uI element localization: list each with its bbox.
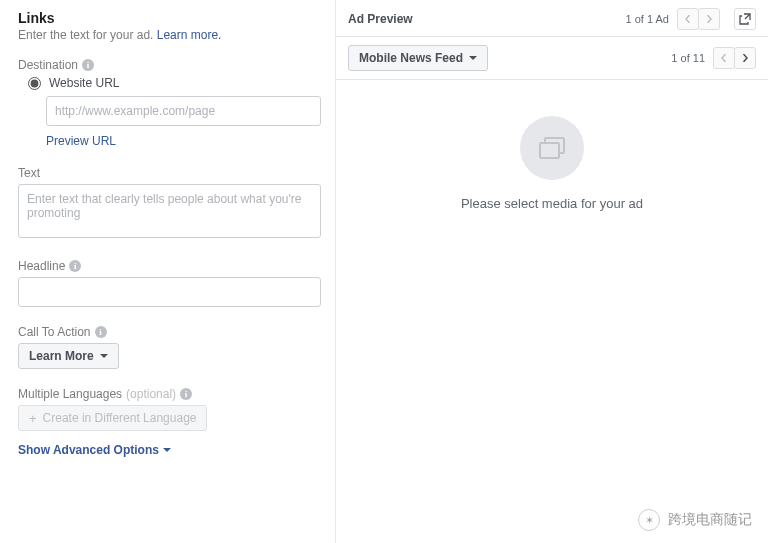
info-icon[interactable]: i <box>69 260 81 272</box>
ad-preview-title: Ad Preview <box>348 12 413 26</box>
cta-label: Call To Action <box>18 325 91 339</box>
chevron-left-icon <box>720 54 728 62</box>
website-url-input[interactable] <box>46 96 321 126</box>
subtitle-text: Enter the text for your ad. <box>18 28 153 42</box>
chevron-left-icon <box>684 15 692 23</box>
info-icon[interactable]: i <box>82 59 94 71</box>
learn-more-link[interactable]: Learn more. <box>157 28 222 42</box>
watermark-text: 跨境电商随记 <box>668 511 752 529</box>
prev-variation-button[interactable] <box>713 47 735 69</box>
next-ad-button[interactable] <box>698 8 720 30</box>
prev-ad-button[interactable] <box>677 8 699 30</box>
variation-pager: 1 of 11 <box>671 52 705 64</box>
info-icon[interactable]: i <box>180 388 192 400</box>
info-icon[interactable]: i <box>95 326 107 338</box>
plus-icon: + <box>29 412 37 425</box>
next-variation-button[interactable] <box>734 47 756 69</box>
create-language-label: Create in Different Language <box>43 411 197 425</box>
destination-label: Destination <box>18 58 78 72</box>
feed-selector-value: Mobile News Feed <box>359 51 463 65</box>
ad-pager: 1 of 1 Ad <box>626 13 669 25</box>
section-title: Links <box>18 10 321 26</box>
chevron-down-icon <box>100 354 108 358</box>
headline-input[interactable] <box>18 277 321 307</box>
preview-empty-text: Please select media for your ad <box>461 196 643 211</box>
languages-label: Multiple Languages <box>18 387 122 401</box>
chevron-right-icon <box>741 54 749 62</box>
website-url-label: Website URL <box>49 76 119 90</box>
popout-button[interactable] <box>734 8 756 30</box>
languages-optional: (optional) <box>126 387 176 401</box>
create-language-button[interactable]: + Create in Different Language <box>18 405 207 431</box>
preview-empty-state: Please select media for your ad <box>336 80 768 543</box>
headline-label: Headline <box>18 259 65 273</box>
chevron-down-icon <box>163 448 171 452</box>
chevron-down-icon <box>469 56 477 60</box>
ad-text-input[interactable] <box>18 184 321 238</box>
website-url-radio[interactable] <box>28 77 41 90</box>
popout-icon <box>739 13 751 25</box>
media-placeholder-icon <box>520 116 584 180</box>
wechat-icon: ✶ <box>638 509 660 531</box>
cta-select-value: Learn More <box>29 349 94 363</box>
text-label: Text <box>18 166 40 180</box>
preview-url-link[interactable]: Preview URL <box>46 134 321 148</box>
advanced-label: Show Advanced Options <box>18 443 159 457</box>
section-subtitle: Enter the text for your ad. Learn more. <box>18 28 321 42</box>
chevron-right-icon <box>705 15 713 23</box>
show-advanced-options[interactable]: Show Advanced Options <box>18 443 321 457</box>
watermark: ✶ 跨境电商随记 <box>638 509 752 531</box>
cta-select[interactable]: Learn More <box>18 343 119 369</box>
feed-selector[interactable]: Mobile News Feed <box>348 45 488 71</box>
